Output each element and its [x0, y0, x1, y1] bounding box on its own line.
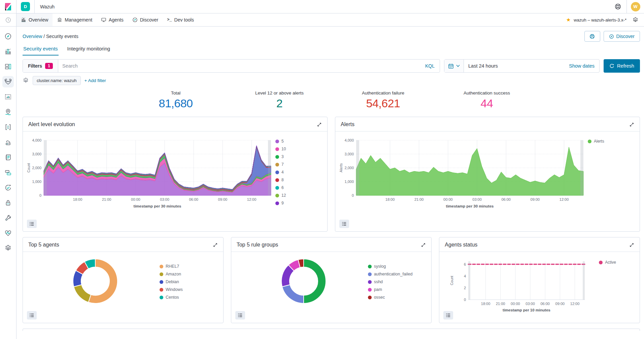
legend-label: 8: [281, 178, 284, 182]
kibana-logo[interactable]: [0, 0, 16, 13]
user-menu[interactable]: W: [626, 0, 644, 13]
legend-item[interactable]: syslog: [368, 264, 413, 269]
legend-dot: [275, 140, 279, 143]
time-range-value[interactable]: Last 24 hours: [464, 63, 502, 69]
legend-label: 9: [281, 201, 284, 205]
legend-item[interactable]: Debian: [160, 279, 183, 284]
legend-item[interactable]: 10: [275, 147, 321, 151]
print-button[interactable]: [584, 31, 600, 42]
legend-item[interactable]: 5: [275, 139, 321, 144]
legend-dot: [160, 280, 163, 284]
legend-item[interactable]: ossec: [368, 295, 413, 300]
filter-pill[interactable]: cluster.name: wazuh: [33, 76, 81, 85]
nav-item-dev-tools[interactable]: >_ Dev tools: [163, 13, 198, 26]
sidebar-item-dashboard[interactable]: [2, 61, 14, 72]
stat-value[interactable]: 2: [228, 97, 331, 110]
tab-security-events[interactable]: Security events: [23, 43, 59, 55]
legend-item[interactable]: 7: [275, 162, 321, 167]
space-selector[interactable]: D: [16, 0, 35, 13]
nav-item-label: Discover: [140, 17, 158, 23]
legend-item[interactable]: sshd: [368, 279, 413, 284]
sidebar-item-visualize[interactable]: [2, 46, 14, 57]
sidebar-item-wazuh[interactable]: [2, 76, 14, 87]
legend-label: Amazon: [166, 272, 181, 276]
legend-item[interactable]: 8: [275, 178, 321, 182]
sidebar-item-management[interactable]: [2, 242, 14, 254]
discover-button[interactable]: Discover: [604, 31, 640, 42]
expand-icon[interactable]: [629, 242, 634, 248]
legend-item[interactable]: 3: [275, 154, 321, 159]
legend-toggle-button[interactable]: [235, 311, 245, 319]
legend-label: Active: [605, 260, 616, 265]
expand-icon[interactable]: [317, 122, 322, 127]
legend-toggle-button[interactable]: [27, 220, 37, 228]
search-input[interactable]: [58, 63, 425, 69]
show-dates-link[interactable]: Show dates: [569, 63, 599, 69]
breadcrumb-overview-link[interactable]: Overview: [23, 34, 42, 39]
sidebar-item-logs[interactable]: [2, 152, 14, 163]
legend-dot: [368, 272, 372, 276]
space-badge[interactable]: D: [21, 2, 30, 11]
legend-item[interactable]: Windows: [160, 287, 183, 292]
tab-integrity-monitoring[interactable]: Integrity monitoring: [67, 43, 111, 55]
stat-value[interactable]: 44: [435, 97, 539, 110]
legend-item[interactable]: RHEL7: [160, 264, 183, 269]
nav-item-discover[interactable]: Discover: [128, 13, 163, 26]
legend-label: authentication_failed: [374, 272, 413, 276]
svg-text:timestamp per 30 minutes: timestamp per 30 minutes: [134, 204, 181, 208]
nav-item-management[interactable]: Management: [53, 13, 97, 26]
svg-text:12:00: 12:00: [570, 302, 580, 306]
filter-options-button[interactable]: [23, 77, 29, 84]
sidebar-item-discover[interactable]: [2, 31, 14, 42]
chart-legend: RHEL7AmazonDebianWindowsCentos: [160, 264, 183, 300]
legend-item[interactable]: 6: [275, 185, 321, 190]
legend-label: 6: [281, 185, 284, 190]
legend-item[interactable]: Alerts: [588, 139, 633, 144]
index-pattern[interactable]: wazuh – wazuh-alerts-3.x-*: [574, 17, 626, 23]
legend-toggle-button[interactable]: [339, 220, 349, 228]
legend-dot: [588, 140, 591, 143]
legend-toggle-button[interactable]: [443, 311, 453, 319]
legend-item[interactable]: 9: [275, 201, 321, 205]
search-toolbar: Filters 1 KQL: [23, 59, 640, 73]
legend-item[interactable]: pam: [368, 287, 413, 292]
stat-auth-success: Authentication success 44: [435, 90, 539, 110]
star-icon: ★: [566, 17, 571, 23]
stat-value[interactable]: 81,680: [124, 97, 228, 110]
expand-icon[interactable]: [421, 242, 426, 248]
svg-text:3,000: 3,000: [344, 152, 354, 156]
avatar[interactable]: W: [631, 2, 640, 11]
legend-item[interactable]: Active: [599, 260, 616, 265]
legend-item[interactable]: Amazon: [160, 272, 183, 276]
filters-button[interactable]: Filters 1: [23, 60, 58, 72]
add-filter-link[interactable]: + Add filter: [84, 78, 106, 83]
legend-item[interactable]: Centos: [160, 295, 183, 300]
help-button[interactable]: [609, 0, 626, 13]
sidebar-item-stack-monitoring[interactable]: [2, 227, 14, 239]
nav-item-overview[interactable]: Overview: [16, 13, 53, 26]
nav-item-agents[interactable]: Agents: [97, 13, 128, 26]
sidebar-item-infrastructure[interactable]: [2, 137, 14, 148]
legend-label: pam: [374, 287, 382, 292]
sidebar-item-machine-learning[interactable]: [2, 121, 14, 133]
refresh-button[interactable]: Refresh: [604, 59, 640, 73]
legend-item[interactable]: 4: [275, 170, 321, 175]
sidebar-item-canvas[interactable]: [2, 91, 14, 103]
expand-icon[interactable]: [629, 122, 634, 127]
date-picker-button[interactable]: [444, 60, 464, 72]
sidebar-item-dev-tools[interactable]: [2, 212, 14, 224]
sidebar-item-siem[interactable]: [2, 197, 14, 209]
nav-item-label: Management: [65, 17, 92, 23]
sidebar-item-uptime[interactable]: [2, 182, 14, 193]
recent-items-icon[interactable]: [5, 17, 11, 23]
legend-label: 5: [281, 139, 284, 144]
sidebar-item-apm[interactable]: [2, 167, 14, 178]
settings-gear-icon[interactable]: [632, 17, 639, 23]
legend-toggle-button[interactable]: [27, 311, 37, 319]
kql-button[interactable]: KQL: [425, 63, 440, 69]
legend-item[interactable]: authentication_failed: [368, 272, 413, 276]
sidebar-item-maps[interactable]: [2, 106, 14, 118]
legend-item[interactable]: 12: [275, 193, 321, 198]
expand-icon[interactable]: [213, 242, 218, 248]
stat-value[interactable]: 54,621: [331, 97, 435, 110]
